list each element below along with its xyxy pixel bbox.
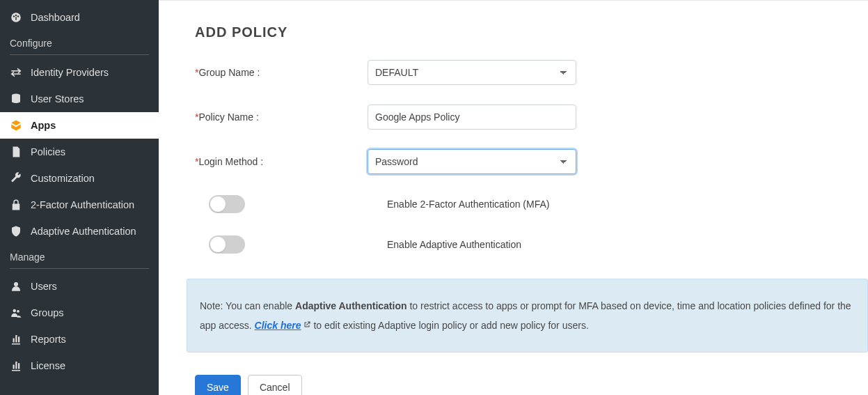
sidebar-item-label: User Stores	[31, 93, 84, 104]
apps-icon	[10, 119, 22, 132]
note-text-post: to edit existing Adaptive login policy o…	[311, 320, 589, 331]
sidebar-item-dashboard[interactable]: Dashboard	[0, 4, 159, 31]
sidebar-item-groups[interactable]: Groups	[0, 300, 159, 326]
sidebar-item-license[interactable]: License	[0, 353, 159, 379]
sidebar-item-label: Groups	[31, 307, 64, 318]
sidebar-item-label: Identity Providers	[31, 67, 109, 78]
note-box: Note: You can enable Adaptive Authentica…	[187, 279, 868, 353]
adaptive-toggle[interactable]	[209, 235, 245, 254]
policy-name-label: *Policy Name :	[195, 111, 368, 123]
sidebar-item-policies[interactable]: Policies	[0, 139, 159, 165]
form-row-policy-name: *Policy Name :	[159, 95, 868, 139]
chart-icon	[10, 333, 22, 346]
sidebar-section-configure: Configure	[0, 31, 159, 52]
adaptive-toggle-label: Enable Adaptive Authentication	[387, 239, 521, 250]
save-button[interactable]: Save	[195, 375, 241, 395]
svg-point-3	[17, 15, 19, 17]
sidebar-section-manage: Manage	[0, 245, 159, 265]
svg-point-2	[15, 15, 17, 16]
sidebar-item-reports[interactable]: Reports	[0, 326, 159, 353]
note-text-pre: Note: You can enable	[200, 300, 295, 311]
chart-icon	[10, 359, 22, 372]
cancel-button[interactable]: Cancel	[248, 375, 302, 395]
shield-icon	[10, 225, 22, 238]
login-method-select[interactable]: Password	[368, 149, 576, 174]
user-icon	[10, 280, 22, 293]
policy-name-input[interactable]	[368, 104, 576, 130]
note-link[interactable]: Click here	[255, 320, 301, 331]
sidebar-item-label: Dashboard	[31, 12, 80, 23]
sidebar-item-user-stores[interactable]: User Stores	[0, 86, 159, 112]
svg-point-7	[13, 309, 17, 313]
note-strong: Adaptive Authentication	[295, 300, 407, 311]
sidebar-item-identity-providers[interactable]: Identity Providers	[0, 59, 159, 86]
lock-icon	[10, 199, 22, 211]
sidebar-item-label: 2-Factor Authentication	[31, 199, 134, 210]
sidebar-item-label: Reports	[31, 334, 66, 345]
sidebar-divider	[10, 54, 149, 55]
sidebar-item-apps[interactable]: Apps	[0, 112, 159, 139]
mfa-toggle[interactable]	[209, 195, 245, 213]
login-method-label: *Login Method :	[195, 156, 368, 167]
sidebar-item-label: Users	[31, 281, 57, 292]
sidebar-item-adaptive-auth[interactable]: Adaptive Authentication	[0, 218, 159, 245]
sidebar-item-customization[interactable]: Customization	[0, 165, 159, 192]
sidebar-divider	[10, 268, 149, 269]
svg-point-1	[13, 15, 15, 17]
document-icon	[10, 146, 22, 158]
sidebar-item-users[interactable]: Users	[0, 273, 159, 300]
wrench-icon	[10, 172, 22, 185]
sidebar-item-2fa[interactable]: 2-Factor Authentication	[0, 192, 159, 218]
external-link-icon	[303, 316, 311, 324]
sidebar: Dashboard Configure Identity Providers U…	[0, 0, 159, 395]
sidebar-item-label: Apps	[31, 120, 56, 131]
sidebar-item-label: Policies	[31, 146, 65, 157]
users-icon	[10, 307, 22, 319]
button-row: Save Cancel	[159, 353, 868, 395]
sidebar-item-label: Customization	[31, 173, 95, 184]
form-row-login-method: *Login Method : Password	[159, 139, 868, 184]
main-content: ADD POLICY *Group Name : DEFAULT *Policy…	[159, 0, 868, 395]
toggle-row-mfa: Enable 2-Factor Authentication (MFA)	[159, 184, 868, 224]
svg-point-6	[14, 282, 18, 286]
group-name-label: *Group Name :	[195, 67, 368, 78]
arrows-icon	[10, 66, 22, 79]
toggle-row-adaptive: Enable Adaptive Authentication	[159, 224, 868, 265]
form-row-group-name: *Group Name : DEFAULT	[159, 50, 868, 95]
svg-rect-4	[15, 17, 17, 20]
dashboard-icon	[10, 11, 22, 24]
svg-point-8	[17, 310, 19, 313]
sidebar-item-label: Adaptive Authentication	[31, 226, 136, 237]
page-title: ADD POLICY	[159, 8, 868, 50]
sidebar-item-label: License	[31, 360, 65, 371]
database-icon	[10, 93, 22, 105]
group-name-select[interactable]: DEFAULT	[368, 60, 576, 85]
mfa-toggle-label: Enable 2-Factor Authentication (MFA)	[387, 199, 549, 210]
